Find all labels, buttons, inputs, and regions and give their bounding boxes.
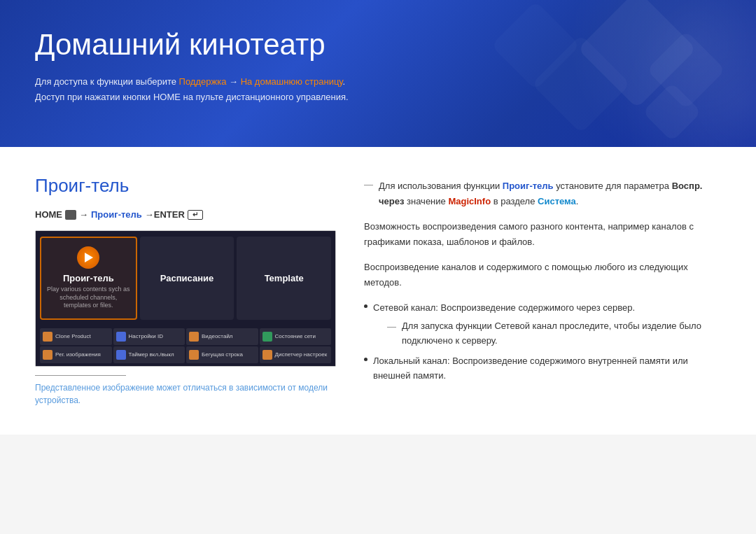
grid-ticker[interactable]: Бегущая строка — [186, 346, 258, 363]
menu-item-schedule-label: Расписание — [160, 273, 214, 283]
menu-row: Проиг-тель Play various contents sych as… — [36, 231, 335, 325]
player-icon — [77, 246, 99, 269]
bullet-item-1: Сетевой канал: Воспроизведение содержимо… — [364, 301, 721, 349]
timer-label: Таймер вкл./выкл — [129, 351, 174, 358]
bullet2-content: Локальный канал: Воспроизведение содержи… — [373, 354, 721, 384]
right-column: — Для использования функции Проиг-тель у… — [364, 175, 721, 407]
sub-item-1: — Для запуска функции Сетевой канал прос… — [387, 319, 721, 349]
section-title: Проиг-тель — [35, 175, 336, 197]
grid-image-reg[interactable]: Рег. изображения — [40, 346, 112, 363]
bullet-list: Сетевой канал: Воспроизведение содержимо… — [364, 301, 721, 384]
player-nav-link[interactable]: Проиг-тель — [91, 209, 142, 220]
proigtel-link-1[interactable]: Проиг-тель — [503, 181, 554, 191]
id-settings-label: Настройки ID — [129, 333, 163, 340]
videostyle-label: Видеостайл — [202, 333, 233, 340]
grid-network-status[interactable]: Состояние сети — [260, 328, 332, 345]
dispatcher-icon — [262, 350, 272, 360]
menu-item-player-label: Проиг-тель — [63, 273, 114, 283]
network-channel-link-1[interactable]: Сетевой канал — [373, 302, 435, 313]
network-channel-link-2[interactable]: Сетевой канал — [494, 321, 556, 331]
videostyle-icon — [189, 332, 199, 342]
grid-clone-product[interactable]: Clone Product — [40, 328, 112, 345]
page-header: Домашний кинотеатр Для доступа к функции… — [0, 0, 756, 147]
grid-timer[interactable]: Таймер вкл./выкл — [113, 346, 186, 363]
page-title: Домашний кинотеатр — [35, 28, 721, 62]
footnote: Представленное изображение может отличат… — [35, 381, 336, 407]
bullet-item-2: Локальный канал: Воспроизведение содержи… — [364, 354, 721, 384]
magicinfo-highlight: MagicInfo — [448, 196, 491, 206]
grid-videostyle[interactable]: Видеостайл — [186, 328, 258, 345]
dispatcher-label: Диспетчер настроек — [275, 351, 328, 358]
header-desc-line2: Доступ при нажатии кнопки HOME на пульте… — [35, 92, 349, 102]
bullet-dot-1 — [364, 304, 368, 308]
decorative-shapes — [455, 0, 735, 147]
ticker-icon — [189, 350, 199, 360]
menu-item-template-label: Template — [265, 273, 304, 283]
network-status-label: Состояние сети — [275, 333, 316, 340]
dash-1: — — [364, 179, 373, 209]
home-icon — [65, 210, 76, 220]
menu-item-template[interactable]: Template — [237, 237, 331, 320]
grid-id-settings[interactable]: Настройки ID — [113, 328, 186, 345]
info-block-3: Воспроизведение каналов и содержимого с … — [364, 260, 721, 290]
clone-product-label: Clone Product — [55, 333, 91, 340]
sub-dash: — — [387, 320, 396, 349]
bullet-dot-2 — [364, 358, 368, 361]
sistema-link[interactable]: Система — [538, 196, 576, 206]
home-page-link[interactable]: На домашнюю страницу — [241, 76, 343, 87]
support-link[interactable]: Поддержка — [179, 76, 227, 87]
ticker-label: Бегущая строка — [202, 351, 243, 358]
menu-item-schedule[interactable]: Расписание — [140, 237, 234, 320]
block2-text: Возможность воспроизведения самого разно… — [364, 219, 721, 250]
left-column: Проиг-тель HOME → Проиг-тель →ENTER ↵ Пр… — [35, 175, 336, 407]
block3-text: Воспроизведение каналов и содержимого с … — [364, 260, 721, 290]
image-reg-label: Рег. изображения — [55, 351, 101, 358]
menu-item-player-sublabel: Play various contents sych as scheduled … — [47, 286, 130, 310]
id-settings-icon — [116, 332, 126, 342]
enter-icon: ↵ — [188, 210, 203, 220]
image-reg-icon — [43, 350, 52, 360]
grid-dispatcher[interactable]: Диспетчер настроек — [260, 346, 332, 363]
main-content: Проиг-тель HOME → Проиг-тель →ENTER ↵ Пр… — [0, 147, 756, 435]
separator — [35, 375, 126, 376]
bottom-grid: Clone Product Настройки ID Видеостайл Со… — [36, 325, 335, 366]
menu-item-player[interactable]: Проиг-тель Play various contents sych as… — [40, 237, 137, 320]
info-block-2: Возможность воспроизведения самого разно… — [364, 219, 721, 250]
local-channel-link[interactable]: Локальный канал — [373, 356, 447, 366]
timer-icon — [116, 350, 126, 360]
play-triangle — [85, 253, 93, 262]
sub-text: Для запуска функции Сетевой канал просле… — [402, 319, 721, 349]
clone-product-icon — [43, 332, 52, 342]
info-block-1: — Для использования функции Проиг-тель у… — [364, 178, 721, 209]
network-status-icon — [262, 332, 272, 342]
block1-text: Для использования функции Проиг-тель уст… — [379, 178, 721, 209]
bullet1-content: Сетевой канал: Воспроизведение содержимо… — [373, 301, 721, 349]
header-desc-line1: Для доступа к функции выберите Поддержка… — [35, 76, 345, 87]
nav-instruction: HOME → Проиг-тель →ENTER ↵ — [35, 209, 336, 220]
screenshot-container: Проиг-тель Play various contents sych as… — [35, 230, 336, 367]
header-description: Для доступа к функции выберите Поддержка… — [35, 74, 721, 105]
